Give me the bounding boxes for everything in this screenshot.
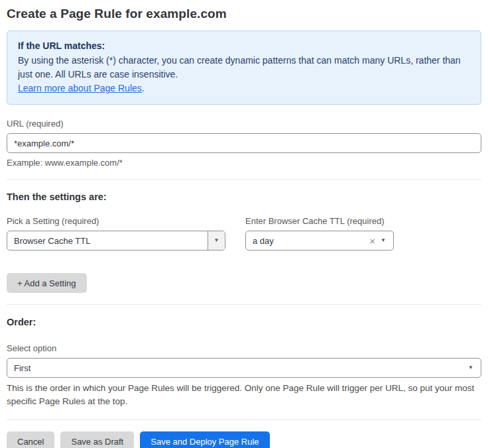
order-select[interactable]: First ▼ [7, 358, 481, 378]
ttl-select[interactable]: a day × ▼ [245, 231, 394, 251]
settings-section-heading: Then the settings are: [7, 192, 481, 202]
learn-more-link[interactable]: Learn more about Page Rules [18, 83, 142, 93]
save-deploy-button[interactable]: Save and Deploy Page Rule [140, 431, 269, 448]
url-match-info-box: If the URL matches: By using the asteris… [7, 30, 481, 105]
ttl-select-label: Enter Browser Cache TTL (required) [245, 216, 394, 227]
footer-actions: Cancel Save as Draft Save and Deploy Pag… [7, 431, 481, 448]
divider [7, 304, 481, 305]
divider [7, 420, 481, 420]
info-box-body: By using the asterisk (*) character, you… [18, 54, 470, 82]
ttl-select-group: Enter Browser Cache TTL (required) a day… [245, 216, 394, 251]
info-box-link-line: Learn more about Page Rules. [18, 82, 470, 95]
chevron-down-icon: ▼ [468, 365, 481, 370]
info-box-heading: If the URL matches: [18, 39, 470, 53]
link-suffix: . [142, 83, 145, 93]
cancel-button[interactable]: Cancel [7, 431, 54, 448]
clear-icon[interactable]: × [367, 236, 381, 246]
setting-select-value: Browser Cache TTL [7, 236, 208, 246]
url-example-hint: Example: www.example.com/* [7, 158, 481, 168]
setting-select-group: Pick a Setting (required) Browser Cache … [7, 216, 225, 251]
chevron-down-icon: ▼ [214, 238, 219, 243]
divider [7, 179, 481, 180]
order-help-text: This is the order in which your Page Rul… [7, 382, 481, 408]
page-title: Create a Page Rule for example.com [7, 5, 481, 22]
chevron-down-icon[interactable]: ▼ [381, 238, 393, 243]
url-field-label: URL (required) [7, 119, 481, 129]
order-select-label: Select option [7, 343, 481, 354]
setting-select-caret-section[interactable]: ▼ [208, 231, 225, 250]
setting-select-label: Pick a Setting (required) [7, 216, 225, 227]
order-section-heading: Order: [7, 317, 481, 327]
setting-select[interactable]: Browser Cache TTL ▼ [7, 231, 225, 251]
url-input[interactable] [7, 133, 481, 153]
add-setting-button[interactable]: + Add a Setting [7, 273, 87, 293]
settings-row: Pick a Setting (required) Browser Cache … [7, 216, 481, 251]
ttl-select-value: a day [246, 236, 367, 246]
save-draft-button[interactable]: Save as Draft [60, 431, 134, 448]
order-select-value: First [7, 363, 468, 373]
